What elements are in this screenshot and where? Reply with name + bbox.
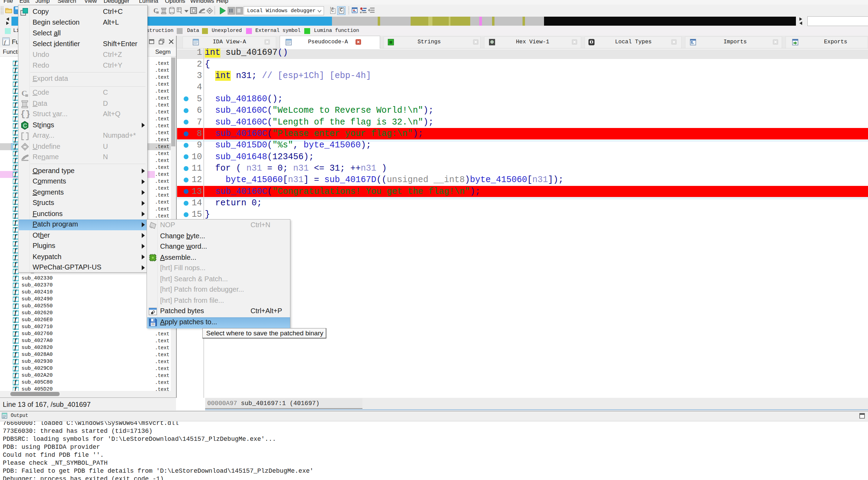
svg-text:C: C xyxy=(23,122,27,129)
